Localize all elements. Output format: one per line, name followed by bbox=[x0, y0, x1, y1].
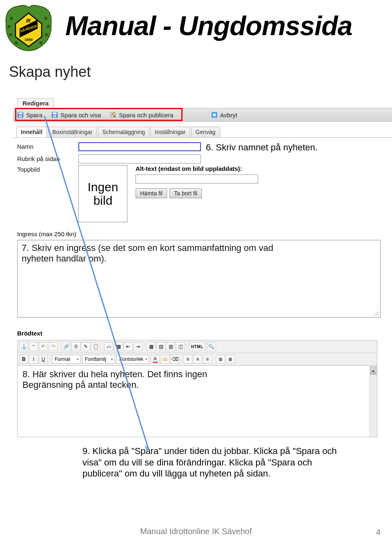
sub-tabs: Innehåll Boxinställningar Schemaläggning… bbox=[16, 127, 220, 137]
save-icon bbox=[51, 112, 58, 118]
align-left-icon[interactable]: ≡ bbox=[183, 355, 192, 364]
save-view-button[interactable]: Spara och visa bbox=[51, 112, 101, 119]
label-namn: Namn bbox=[17, 142, 78, 150]
instruction-7: 7. Skriv en ingress (se det som en kort … bbox=[22, 243, 275, 264]
table-icon[interactable]: ▦ bbox=[147, 342, 156, 351]
bullet-list-icon[interactable]: ≣ bbox=[216, 355, 225, 364]
svg-point-3 bbox=[15, 41, 18, 45]
label-rubrik: Rubrik på sidan bbox=[17, 154, 78, 162]
fontfamily-select[interactable]: Fontfamilj bbox=[82, 355, 115, 364]
rubrik-input[interactable] bbox=[78, 154, 201, 163]
svg-point-6 bbox=[45, 33, 48, 36]
format-select[interactable]: Format bbox=[52, 355, 80, 364]
action-toolbar: Spara Spara och visa Spara och publicera… bbox=[13, 108, 392, 122]
image-placeholder[interactable]: Ingen bild bbox=[78, 165, 127, 222]
section-title: Skapa nyhet bbox=[9, 63, 91, 81]
italic-icon[interactable]: I bbox=[29, 355, 38, 364]
name-input[interactable] bbox=[78, 142, 201, 151]
image-icon[interactable]: ▭ bbox=[104, 342, 113, 351]
save-publish-button[interactable]: Spara och publicera bbox=[110, 112, 173, 119]
svg-rect-15 bbox=[53, 112, 57, 114]
fontsize-select[interactable]: Fontstorlek bbox=[116, 355, 149, 364]
search-icon[interactable]: 🔍 bbox=[207, 342, 216, 351]
svg-rect-13 bbox=[19, 115, 22, 117]
redo-icon[interactable]: ↷ bbox=[49, 342, 58, 351]
svg-text:IK: IK bbox=[26, 18, 31, 24]
tab-genvag[interactable]: Genväg bbox=[191, 127, 220, 137]
highlight-icon[interactable]: ab bbox=[160, 355, 169, 364]
svg-point-2 bbox=[9, 33, 12, 36]
save-icon bbox=[17, 112, 24, 118]
label-brodtext: Brödtext bbox=[17, 330, 390, 337]
club-logo: IK SÄVEHOF 1950 bbox=[4, 4, 53, 53]
clipboard-icon[interactable]: 📋 bbox=[91, 342, 100, 351]
row-icon[interactable]: ▤ bbox=[156, 342, 165, 351]
alt-text-input[interactable] bbox=[136, 175, 258, 183]
editor-toolbar: ⚓ " ↶ ↷ 🔗 ⎘ ✎ 📋 ▭ ▦ ⇤ ⇥ bbox=[17, 340, 377, 366]
scroll-up-arrow[interactable]: ▴ bbox=[370, 367, 376, 375]
svg-point-5 bbox=[47, 25, 50, 28]
svg-point-4 bbox=[44, 17, 47, 20]
edit-icon[interactable]: ✎ bbox=[81, 342, 90, 351]
svg-point-0 bbox=[10, 17, 13, 20]
tab-installningar[interactable]: Inställningar bbox=[150, 127, 190, 137]
svg-point-1 bbox=[7, 25, 11, 28]
page-number: 4 bbox=[376, 528, 381, 537]
label-ingress: Ingress (max 250 tkn) bbox=[17, 230, 390, 237]
cell-icon[interactable]: ◫ bbox=[176, 342, 185, 351]
close-icon bbox=[211, 112, 218, 118]
html-button[interactable]: HTML bbox=[189, 342, 205, 351]
publish-icon bbox=[110, 112, 116, 118]
align-right-icon[interactable]: ≡ bbox=[203, 355, 212, 364]
indent-right-icon[interactable]: ⇥ bbox=[134, 342, 143, 351]
align-center-icon[interactable]: ≡ bbox=[193, 355, 202, 364]
save-button[interactable]: Spara bbox=[17, 112, 42, 119]
tab-schemalaggning[interactable]: Schemaläggning bbox=[98, 127, 149, 137]
resize-handle-icon[interactable] bbox=[374, 311, 379, 316]
undo-icon[interactable]: ↶ bbox=[39, 342, 48, 351]
bold-icon[interactable]: B bbox=[19, 355, 28, 364]
label-toppbild: Toppbild bbox=[17, 165, 78, 173]
brodtext-editor[interactable]: 8. Här skriver du hela nyheten. Det finn… bbox=[17, 366, 377, 437]
textcolor-icon[interactable]: A bbox=[151, 355, 160, 364]
svg-point-18 bbox=[113, 115, 116, 117]
anchor-icon[interactable]: ⚓ bbox=[19, 342, 28, 351]
tab-redigera[interactable]: Redigera bbox=[17, 98, 54, 108]
footer-text: Manual Idrottonline IK Sävehof bbox=[0, 527, 392, 537]
svg-point-7 bbox=[39, 41, 42, 45]
remove-file-button[interactable]: Ta bort fil bbox=[169, 188, 202, 198]
svg-rect-12 bbox=[18, 112, 22, 114]
col-icon[interactable]: ▥ bbox=[166, 342, 175, 351]
ingress-textarea[interactable]: 7. Skriv en ingress (se det som en kort … bbox=[17, 240, 381, 318]
numbered-list-icon[interactable]: ≣ bbox=[226, 355, 235, 364]
indent-left-icon[interactable]: ⇤ bbox=[124, 342, 133, 351]
fetch-file-button[interactable]: Hämta fil bbox=[136, 188, 167, 198]
tab-boxinstallningar[interactable]: Boxinställningar bbox=[48, 127, 97, 137]
instruction-8: 8. Här skriver du hela nyheten. Det finn… bbox=[22, 369, 243, 390]
cancel-button[interactable]: Avbryt bbox=[211, 112, 237, 119]
structure-icon[interactable]: ▦ bbox=[114, 342, 123, 351]
tab-innehall[interactable]: Innehåll bbox=[16, 127, 47, 137]
svg-text:1950: 1950 bbox=[24, 38, 33, 42]
quote-icon[interactable]: " bbox=[29, 342, 38, 351]
instruction-6: 6. Skriv namnet på nyheten. bbox=[206, 142, 318, 153]
underline-icon[interactable]: U bbox=[39, 355, 48, 364]
svg-rect-16 bbox=[53, 115, 56, 117]
scrollbar[interactable]: ▴ bbox=[370, 366, 377, 437]
copy-icon[interactable]: ⎘ bbox=[71, 342, 80, 351]
instruction-9: 9. Klicka på "Spara" under tiden du jobb… bbox=[82, 445, 348, 479]
label-alt-text: Alt-text (endast om bild uppladdats): bbox=[136, 165, 390, 172]
eraser-icon[interactable]: ⌫ bbox=[170, 355, 179, 364]
cms-screenshot: Redigera Spara Spara och visa Spara och … bbox=[9, 98, 392, 490]
page-title: Manual - Ungdomssida bbox=[65, 10, 352, 41]
link-icon[interactable]: 🔗 bbox=[62, 342, 71, 351]
